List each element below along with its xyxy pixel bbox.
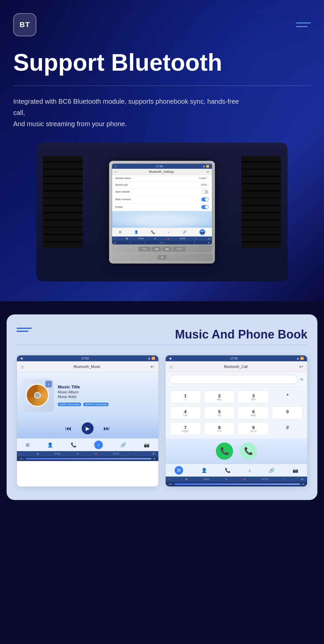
call-nav-person[interactable]: 👤	[201, 468, 207, 473]
auto-answer-row[interactable]: Auto answer	[112, 188, 212, 196]
album-art: ♪	[21, 379, 54, 412]
call-bottom-nav: ⊞ 👤 📞 ♪ 🔗 📷	[166, 464, 307, 477]
music-artist: Music Artist	[58, 395, 154, 399]
screen-time: 17:53	[156, 165, 163, 168]
auto-connect-toggle[interactable]	[201, 197, 209, 201]
call-nav-grid-active[interactable]: ⊞	[175, 466, 183, 475]
call-screen-title: Bluetooth_Call	[224, 365, 248, 369]
music-header-icons: ▲ 📶	[148, 357, 155, 360]
unit-btn-4[interactable]: Track	[173, 247, 185, 251]
next-button[interactable]: ⏭	[103, 425, 110, 432]
unit-button-row: Tune ◀◀ ▶▶ Track	[112, 245, 212, 253]
note-icon: ♪	[45, 381, 52, 387]
music-back-icon[interactable]: ↩	[150, 364, 154, 369]
music-nav-icon[interactable]: ♪	[168, 230, 170, 234]
center-unit: ⌂ 17:53 ▲ 📶 ⌂ Bluetooth_Settings ↩ Devic…	[109, 161, 215, 264]
power-toggle[interactable]	[201, 205, 209, 209]
device-pin-row[interactable]: Device pin 0000 ›	[112, 182, 212, 188]
music-ps-nav: ⌂ Bluetooth_Music ↩	[17, 361, 158, 372]
call-volume-slider[interactable]	[175, 483, 300, 485]
screen-home-icon: ⌂	[115, 165, 116, 168]
key-0[interactable]: 0·	[272, 406, 303, 419]
camera-nav-icon[interactable]: 📷	[199, 229, 205, 235]
album-disc	[26, 384, 49, 407]
nav-cam-icon[interactable]: 📷	[144, 442, 149, 447]
nav-music-icon-active[interactable]: ♪	[94, 441, 103, 449]
call-home-icon[interactable]: ⌂	[170, 364, 172, 369]
key-8[interactable]: 8TUV	[204, 422, 235, 435]
key-star[interactable]: *	[272, 390, 303, 404]
call-back-icon[interactable]: ↩	[299, 364, 303, 369]
prev-button[interactable]: ⏮	[65, 425, 72, 432]
unit-btn-2[interactable]: ◀◀	[151, 247, 161, 251]
grid-nav-icon[interactable]: ⊞	[119, 230, 121, 234]
redial-button[interactable]: 📞	[240, 443, 257, 460]
play-button[interactable]: ▶	[82, 422, 94, 434]
volume-slider[interactable]	[26, 458, 151, 459]
nav-person-icon[interactable]: 👤	[47, 442, 53, 447]
nav-link-icon[interactable]: 🔗	[120, 442, 126, 447]
vent-right	[241, 156, 281, 248]
device-pin-label: Device pin	[115, 183, 128, 186]
link-nav-icon[interactable]: 🔗	[182, 230, 186, 234]
call-ac-bar: ⌂ ⏻ DUAL ❄ 🚗 AUTO ↕ 🔊-	[166, 477, 307, 482]
phone-nav-icon[interactable]: 📞	[151, 230, 155, 234]
music-bottom-nav: ⊞ 👤 📞 ♪ 🔗 📷	[17, 438, 158, 451]
key-7[interactable]: 7PQRS	[170, 422, 201, 435]
call-nav-music[interactable]: ♪	[249, 468, 251, 473]
person-nav-icon[interactable]: 👤	[134, 230, 138, 234]
key-9[interactable]: 9WXYZ	[238, 422, 269, 435]
key-3[interactable]: 3DEF	[238, 390, 269, 404]
music-back-arrow: ◀	[20, 357, 22, 360]
nav-phone-icon[interactable]: 📞	[71, 442, 76, 447]
screen-nav-title: Bluetooth_Settings	[149, 170, 174, 173]
call-search-input[interactable]	[169, 375, 298, 384]
screens-row: ◀ 17:53 ▲ 📶 ⌂ Bluetooth_Music ↩ ♪ Music …	[17, 355, 307, 487]
unit-btn-3[interactable]: ▶▶	[162, 247, 172, 251]
avrcp-badge: AVRCP connected	[83, 403, 108, 406]
keypad: 1— 2ABC 3DEF * 4GHI 5JKL 6MNO 0· 7PQRS 8…	[166, 387, 307, 439]
menu-button[interactable]	[296, 22, 311, 27]
header-section: BT Support Bluetooth Integrated with BC6…	[0, 0, 324, 301]
screen-ac-bar: ⌂ ⏻ DUAL ❄ 🚗 AUTO ↕ 🔊	[112, 236, 212, 241]
key-4[interactable]: 4GHI	[170, 406, 201, 419]
call-header-icons: ▲ 📶	[297, 357, 304, 360]
music-controls: ⏮ ▶ ⏭	[17, 418, 158, 438]
call-button[interactable]: 📞	[216, 443, 233, 460]
music-ac-bar2: ◀ 0 ↙ 0 ▶	[17, 456, 158, 461]
menu-line-2	[17, 331, 28, 332]
music-title: Music Title	[58, 384, 154, 389]
screen-wave-decoration	[112, 211, 212, 228]
car-background: ⌂ 17:53 ▲ 📶 ⌂ Bluetooth_Settings ↩ Devic…	[36, 143, 288, 281]
key-5[interactable]: 5JKL	[204, 406, 235, 419]
auto-connect-row[interactable]: Auto connect	[112, 196, 212, 203]
music-home-icon[interactable]: ⌂	[21, 364, 23, 369]
key-6[interactable]: 6MNO	[238, 406, 269, 419]
unit-btn-1[interactable]: Tune	[139, 247, 150, 251]
device-name-row[interactable]: Device name CarBT ›	[112, 175, 212, 182]
call-nav-phone[interactable]: 📞	[225, 468, 230, 473]
call-search-clear[interactable]: ✕	[300, 377, 304, 382]
unit-btn-eject[interactable]: ⏏	[158, 255, 167, 260]
call-ac-bar2: ◀ 0 ↙ 0 ▶	[166, 482, 307, 486]
section-menu-icon[interactable]	[17, 328, 32, 332]
album-center	[34, 392, 41, 399]
call-header-time: 17:53	[230, 357, 238, 360]
call-nav-cam[interactable]: 📷	[293, 468, 298, 473]
call-nav-link[interactable]: 🔗	[269, 468, 274, 473]
device-name-value: CarBT ›	[199, 177, 209, 180]
key-hash[interactable]: #	[272, 422, 303, 435]
key-2[interactable]: 2ABC	[204, 390, 235, 404]
key-1[interactable]: 1—	[170, 390, 201, 404]
call-back-arrow: ◀	[169, 357, 171, 360]
auto-answer-toggle[interactable]	[201, 190, 209, 194]
a2dp-badge: A2DP connected	[58, 403, 81, 406]
power-row[interactable]: Power	[112, 203, 212, 211]
car-mockup-container: ⌂ 17:53 ▲ 📶 ⌂ Bluetooth_Settings ↩ Devic…	[13, 143, 311, 281]
page-title: Support Bluetooth	[13, 50, 311, 76]
hamburger-line-1	[296, 22, 311, 23]
nav-grid-icon[interactable]: ⊞	[26, 442, 30, 447]
call-screen-card: ◀ 17:53 ▲ 📶 ⌂ Bluetooth_Call ↩ ✕ 1— 2ABC…	[165, 355, 307, 487]
top-bar: BT	[13, 13, 311, 36]
music-header-time: 17:53	[81, 357, 89, 360]
